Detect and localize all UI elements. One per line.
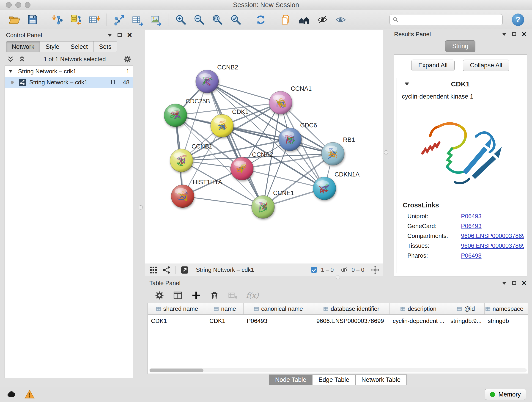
tab-network-table[interactable]: Network Table [355,375,407,385]
node-RB1[interactable]: RB1 [322,136,355,165]
zoom-fit-button[interactable] [208,12,227,28]
cloud-status-icon[interactable] [6,389,17,400]
edge-CCNB2-CCNE1[interactable] [207,81,263,207]
tab-node-table[interactable]: Node Table [269,375,312,385]
column-header-description[interactable]: description [389,303,447,315]
table-cell[interactable]: CDK1 [206,315,244,327]
left-splitter-handle[interactable] [139,205,143,210]
tab-network[interactable]: Network [6,41,40,52]
documents-button[interactable] [277,12,295,28]
network-collection-row[interactable]: String Network – cdk1 1 [5,66,133,77]
traffic-light-close[interactable] [6,2,12,8]
network-row-selected[interactable]: String Network – cdk1 11 48 [5,77,133,88]
show-columns-icon[interactable] [173,290,183,300]
float-panel-icon[interactable] [118,33,122,37]
horizontal-scrollbar[interactable] [149,368,527,372]
table-settings-gear-icon[interactable] [154,290,165,300]
table-row[interactable]: CDK1CDK1P064939606.ENSP00000378699cyclin… [148,315,528,327]
expand-all-button[interactable]: Expand All [411,60,455,71]
open-session-button[interactable] [5,12,23,28]
import-network-database-button[interactable] [67,12,85,28]
node-CDKN1A[interactable]: CDKN1A [313,171,360,200]
column-header--id[interactable]: @id [447,303,485,315]
collapse-all-button[interactable]: Collapse All [463,60,509,71]
node-CCNA1[interactable]: CCNA1 [269,85,312,114]
gene-section-header[interactable]: CDK1 [397,78,524,90]
network-options-gear-icon[interactable] [123,55,132,63]
node-CCNE1[interactable]: CCNE1 [252,190,294,218]
column-header-shared-name[interactable]: shared name [148,303,206,315]
zoom-out-button[interactable] [190,12,208,28]
float-panel-icon[interactable] [512,281,516,285]
node-CCNB1[interactable]: CCNB1 [170,143,213,172]
node-HIST1H1A[interactable]: HIST1H1A [171,179,222,208]
table-cell[interactable]: P06493 [244,315,313,327]
traffic-light-zoom[interactable] [25,2,31,8]
close-panel-icon[interactable]: × [522,31,526,37]
panel-menu-icon[interactable] [108,34,112,37]
search-input[interactable] [389,14,503,25]
tab-edge-table[interactable]: Edge Table [312,375,355,385]
column-header-database-identifier[interactable]: database identifier [313,303,389,315]
home-networks-button[interactable] [295,12,313,28]
show-all-button[interactable] [331,12,350,28]
selected-checkbox-icon[interactable] [310,266,318,274]
tab-select[interactable]: Select [65,41,94,52]
delete-table-icon-disabled[interactable] [228,290,238,300]
share-network-icon[interactable] [162,266,171,274]
export-image-button[interactable] [147,12,165,28]
float-panel-icon[interactable] [512,32,516,36]
table-cell[interactable]: CDK1 [148,315,206,327]
crosslink-value-link[interactable]: P06493 [461,223,481,230]
warning-icon[interactable] [24,389,35,400]
delete-column-trash-icon[interactable] [209,290,220,300]
import-network-file-button[interactable] [48,12,67,28]
edge-CCNA2-CDKN1A[interactable] [242,169,324,188]
edge-HIST1H1A-CCNE1[interactable] [183,196,263,207]
tab-string[interactable]: String [445,40,476,52]
tab-sets[interactable]: Sets [94,41,117,52]
zoom-selected-button[interactable] [227,12,245,28]
zoom-in-button[interactable] [172,12,190,28]
close-panel-icon[interactable]: × [522,280,526,286]
node-CDK1[interactable]: CDK1 [210,108,249,137]
table-cell[interactable]: stringdb [485,315,524,327]
tab-style[interactable]: Style [40,41,65,52]
crosslink-value-link[interactable]: P06493 [461,252,481,259]
function-builder-fx-icon[interactable]: f(x) [246,291,259,300]
right-splitter-handle[interactable] [384,150,388,154]
section-collapse-caret-icon[interactable] [405,83,409,85]
expand-networks-icon[interactable] [6,55,15,63]
export-network-button[interactable] [110,12,128,28]
crosslink-value-link[interactable]: P06493 [461,213,481,220]
refresh-button[interactable] [252,12,270,28]
save-session-button[interactable] [23,12,42,28]
network-canvas[interactable]: CCNB2CCNA1CDC25BCDK1CDC6RB1CCNB1CCNA2CDK… [145,30,383,264]
memory-button[interactable]: Memory [485,389,526,400]
close-panel-icon[interactable]: × [127,32,132,38]
hide-selected-button[interactable] [313,12,331,28]
panel-menu-icon[interactable] [502,33,507,36]
pan-crosshair-icon[interactable] [371,266,380,274]
import-table-button[interactable] [85,12,103,28]
table-cell[interactable]: cyclin-dependent ... [389,315,447,327]
column-header-canonical-name[interactable]: canonical name [244,303,313,315]
collapse-networks-icon[interactable] [18,55,26,63]
crosslink-value-link[interactable]: 9606.ENSP00000378699 [461,232,524,240]
grid-view-icon[interactable] [149,266,158,274]
table-cell[interactable]: stringdb:9... [447,315,485,327]
bottom-splitter-handle[interactable] [336,275,340,279]
add-column-plus-icon[interactable] [191,290,201,300]
hidden-eye-slash-icon[interactable] [340,266,348,274]
scrollbar-thumb[interactable] [150,369,203,372]
table-cell[interactable]: 9606.ENSP00000378699 [313,315,389,327]
column-header-name[interactable]: name [206,303,244,315]
tree-expand-caret-icon[interactable] [8,70,13,73]
open-external-icon[interactable] [180,266,189,274]
column-header-namespace[interactable]: namespace [485,303,524,315]
crosslink-value-link[interactable]: 9606.ENSP00000378699 [461,242,524,249]
traffic-light-minimize[interactable] [15,2,21,8]
export-table-button[interactable] [128,12,147,28]
help-button[interactable]: ? [512,13,524,26]
panel-menu-icon[interactable] [502,282,507,285]
